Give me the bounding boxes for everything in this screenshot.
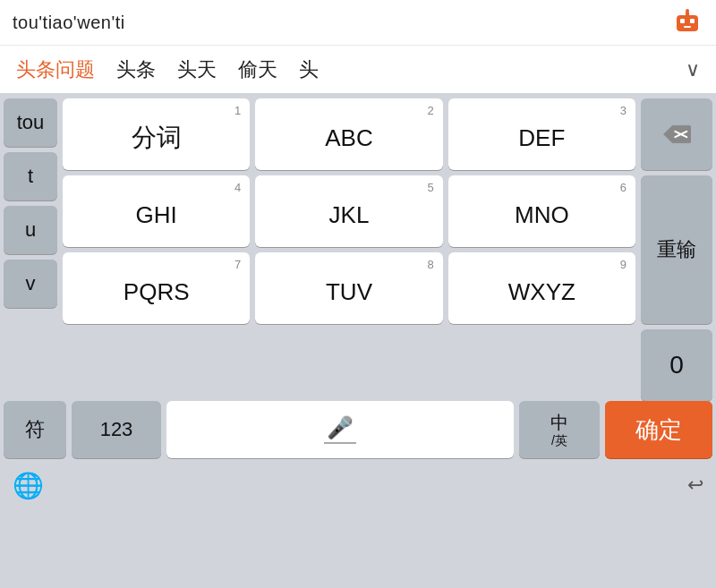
suggestion-0[interactable]: 头条问题 bbox=[7, 51, 104, 89]
space-button[interactable]: 🎤 bbox=[166, 401, 514, 458]
left-key-v[interactable]: v bbox=[4, 260, 57, 308]
left-syllable-column: tou t u v bbox=[4, 98, 57, 401]
key-label-9: WXYZ bbox=[508, 278, 575, 306]
key-label-8: TUV bbox=[326, 278, 372, 306]
key-num-3: 3 bbox=[620, 104, 626, 117]
chevron-down-icon[interactable]: ∨ bbox=[677, 53, 709, 87]
mic-area: 🎤 bbox=[324, 415, 356, 444]
input-bar: tou'tiao'wen'ti bbox=[0, 0, 716, 45]
keyboard: tou t u v 1 分词 2 ABC 3 DEF bbox=[0, 93, 716, 458]
reenter-button[interactable]: 重输 bbox=[641, 175, 712, 324]
left-key-t[interactable]: t bbox=[4, 152, 57, 200]
lang-main-label: 中 bbox=[550, 412, 568, 433]
lang-sub-label: /英 bbox=[551, 433, 567, 448]
svg-point-5 bbox=[686, 9, 689, 13]
right-action-column: 重输 0 bbox=[641, 98, 712, 401]
suggestion-2[interactable]: 头天 bbox=[168, 51, 226, 89]
globe-icon[interactable]: 🌐 bbox=[13, 471, 44, 500]
left-key-tou[interactable]: tou bbox=[4, 98, 57, 147]
suggestion-4[interactable]: 头 bbox=[290, 51, 328, 89]
key-9-wxyz[interactable]: 9 WXYZ bbox=[448, 252, 635, 324]
key-num-7: 7 bbox=[234, 258, 241, 271]
key-label-5: JKL bbox=[329, 201, 370, 229]
confirm-label: 确定 bbox=[635, 414, 682, 446]
key-label-6: MNO bbox=[515, 201, 569, 229]
key-5-jkl[interactable]: 5 JKL bbox=[255, 175, 442, 247]
bottom-right-icon: ↩ bbox=[687, 473, 703, 497]
mic-underline bbox=[324, 442, 356, 444]
key-num-1: 1 bbox=[234, 104, 241, 117]
confirm-button[interactable]: 确定 bbox=[605, 401, 712, 458]
key-label-4: GHI bbox=[136, 201, 177, 229]
key-num-9: 9 bbox=[620, 258, 626, 271]
suggestions-bar: 头条问题 头条 头天 偷天 头 ∨ bbox=[0, 45, 716, 93]
key-6-mno[interactable]: 6 MNO bbox=[448, 175, 635, 247]
robot-icon bbox=[671, 6, 703, 38]
svg-rect-3 bbox=[684, 26, 691, 28]
main-keypad: 1 分词 2 ABC 3 DEF 4 GHI 5 bbox=[63, 98, 635, 401]
num-label: 123 bbox=[100, 418, 133, 441]
suggestion-3[interactable]: 偷天 bbox=[229, 51, 286, 89]
input-text: tou'tiao'wen'ti bbox=[13, 13, 125, 33]
svg-rect-2 bbox=[690, 19, 695, 23]
backspace-icon bbox=[662, 123, 691, 146]
key-num-6: 6 bbox=[620, 181, 626, 194]
backspace-button[interactable] bbox=[641, 98, 712, 170]
mic-icon: 🎤 bbox=[327, 415, 354, 440]
num-button[interactable]: 123 bbox=[72, 401, 161, 458]
key-1-fencu[interactable]: 1 分词 bbox=[63, 98, 250, 170]
bottom-strip: 🌐 ↩ bbox=[0, 464, 716, 507]
key-num-4: 4 bbox=[234, 181, 241, 194]
key-num-2: 2 bbox=[427, 104, 433, 117]
key-label-2: ABC bbox=[325, 124, 372, 152]
key-0-label: 0 bbox=[669, 351, 684, 379]
key-0[interactable]: 0 bbox=[641, 329, 712, 401]
svg-rect-1 bbox=[680, 19, 685, 23]
key-3-def[interactable]: 3 DEF bbox=[448, 98, 635, 170]
bottom-action-row: 符 123 🎤 中 /英 确定 bbox=[4, 401, 712, 458]
key-label-1: 分词 bbox=[132, 121, 182, 155]
key-label-7: PQRS bbox=[124, 278, 190, 306]
key-label-3: DEF bbox=[518, 124, 565, 152]
suggestion-1[interactable]: 头条 bbox=[107, 51, 165, 89]
key-2-abc[interactable]: 2 ABC bbox=[255, 98, 442, 170]
key-num-8: 8 bbox=[427, 258, 433, 271]
key-4-ghi[interactable]: 4 GHI bbox=[63, 175, 250, 247]
reenter-label: 重输 bbox=[657, 236, 696, 263]
svg-rect-0 bbox=[677, 15, 698, 31]
keypad-row-2: 4 GHI 5 JKL 6 MNO bbox=[63, 175, 635, 247]
key-num-5: 5 bbox=[427, 181, 433, 194]
keypad-row-3: 7 PQRS 8 TUV 9 WXYZ bbox=[63, 252, 635, 324]
key-7-pqrs[interactable]: 7 PQRS bbox=[63, 252, 250, 324]
keypad-row-1: 1 分词 2 ABC 3 DEF bbox=[63, 98, 635, 170]
sym-button[interactable]: 符 bbox=[4, 401, 66, 458]
key-8-tuv[interactable]: 8 TUV bbox=[255, 252, 442, 324]
sym-label: 符 bbox=[25, 416, 45, 443]
lang-switch-button[interactable]: 中 /英 bbox=[519, 401, 600, 458]
left-key-u[interactable]: u bbox=[4, 206, 57, 254]
